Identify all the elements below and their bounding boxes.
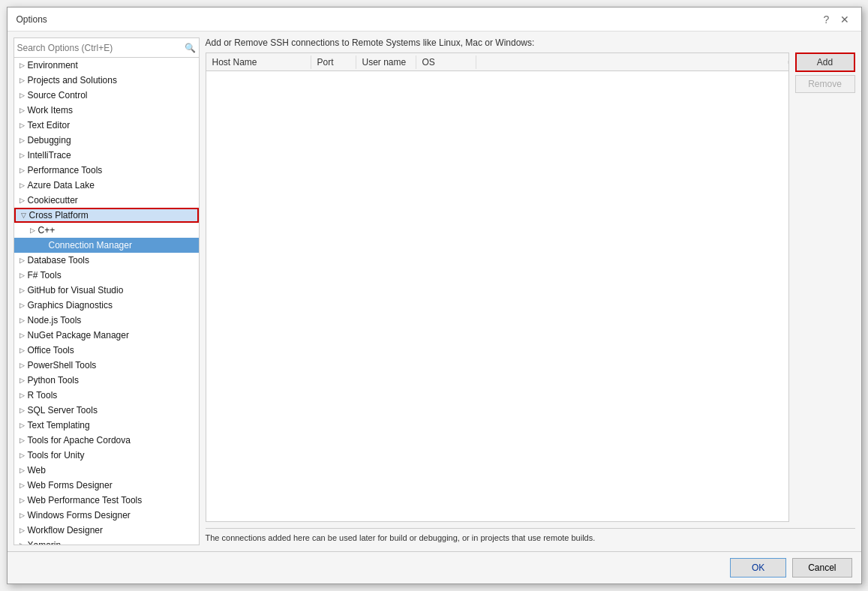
tree-label-connection-manager: Connection Manager	[49, 240, 132, 250]
tree-arrow-debugging: ▷	[17, 136, 28, 144]
tree-item-python-tools[interactable]: ▷Python Tools	[14, 373, 199, 388]
tree-arrow-cross-platform: ▽	[19, 212, 29, 219]
tree-item-performance-tools[interactable]: ▷Performance Tools	[14, 163, 199, 178]
right-description: Add or Remove SSH connections to Remote …	[206, 38, 855, 48]
tree-arrow-source-control: ▷	[17, 92, 28, 99]
tree-item-text-editor[interactable]: ▷Text Editor	[14, 118, 199, 133]
tree-arrow-work-items: ▷	[17, 106, 28, 114]
search-input[interactable]	[17, 43, 185, 53]
ok-button[interactable]: OK	[730, 558, 786, 578]
tree-item-database-tools[interactable]: ▷Database Tools	[14, 253, 199, 268]
tree-item-unity[interactable]: ▷Tools for Unity	[14, 448, 199, 463]
tree-item-xamarin[interactable]: ▷Xamarin	[14, 538, 199, 544]
tree-item-workflow-designer[interactable]: ▷Workflow Designer	[14, 523, 199, 538]
tree-item-sql-server[interactable]: ▷SQL Server Tools	[14, 403, 199, 418]
tree-label-web-perf-test: Web Performance Test Tools	[28, 495, 143, 506]
tree-arrow-environment: ▷	[17, 62, 28, 69]
tree-label-text-editor: Text Editor	[28, 120, 71, 130]
cancel-button[interactable]: Cancel	[792, 558, 851, 578]
tree-item-graphics-diagnostics[interactable]: ▷Graphics Diagnostics	[14, 298, 199, 313]
tree-arrow-text-editor: ▷	[17, 122, 28, 129]
tree-arrow-web-forms-designer: ▷	[17, 482, 28, 489]
left-panel: 🔍 ▷Environment▷Projects and Solutions▷So…	[14, 38, 200, 545]
tree-label-projects-solutions: Projects and Solutions	[28, 75, 117, 86]
tree-arrow-text-templating: ▷	[17, 422, 28, 429]
tree-arrow-office-tools: ▷	[17, 346, 28, 354]
tree-label-unity: Tools for Unity	[28, 450, 85, 460]
tree-arrow-nodejs-tools: ▷	[17, 316, 28, 324]
right-panel: Add or Remove SSH connections to Remote …	[206, 38, 855, 545]
tree-arrow-sql-server: ▷	[17, 406, 28, 414]
tree-label-text-templating: Text Templating	[28, 420, 90, 430]
tree-item-source-control[interactable]: ▷Source Control	[14, 88, 199, 103]
add-button[interactable]: Add	[795, 52, 855, 72]
tree-item-powershell-tools[interactable]: ▷PowerShell Tools	[14, 358, 199, 373]
tree-label-web-forms-designer: Web Forms Designer	[28, 480, 113, 490]
tree-item-cross-platform[interactable]: ▽Cross Platform	[14, 208, 199, 223]
tree-label-source-control: Source Control	[28, 90, 88, 100]
tree-item-apache-cordova[interactable]: ▷Tools for Apache Cordova	[14, 433, 199, 448]
search-icon: 🔍	[185, 43, 196, 53]
tree-item-nodejs-tools[interactable]: ▷Node.js Tools	[14, 313, 199, 328]
tree-item-intellitrace[interactable]: ▷IntelliTrace	[14, 148, 199, 163]
close-button[interactable]: ✕	[837, 12, 852, 27]
tree-label-database-tools: Database Tools	[28, 255, 90, 266]
tree-item-cookiecutter[interactable]: ▷Cookiecutter	[14, 193, 199, 208]
tree-item-web[interactable]: ▷Web	[14, 463, 199, 478]
table-area: Host Name Port User name OS	[206, 52, 789, 522]
tree-item-windows-forms[interactable]: ▷Windows Forms Designer	[14, 508, 199, 523]
tree-item-nuget[interactable]: ▷NuGet Package Manager	[14, 328, 199, 343]
footer-note: The connections added here can be used l…	[206, 528, 855, 545]
tree-item-web-forms-designer[interactable]: ▷Web Forms Designer	[14, 478, 199, 493]
tree-arrow-r-tools: ▷	[17, 392, 28, 399]
tree-item-azure-data-lake[interactable]: ▷Azure Data Lake	[14, 178, 199, 193]
tree-arrow-intellitrace: ▷	[17, 152, 28, 159]
col-rest	[476, 61, 788, 64]
tree-item-projects-solutions[interactable]: ▷Projects and Solutions	[14, 73, 199, 88]
tree-label-graphics-diagnostics: Graphics Diagnostics	[28, 300, 113, 310]
tree-item-text-templating[interactable]: ▷Text Templating	[14, 418, 199, 433]
tree-label-cookiecutter: Cookiecutter	[28, 195, 78, 206]
tree-arrow-database-tools: ▷	[17, 256, 28, 264]
help-button[interactable]: ?	[819, 12, 834, 27]
tree-label-sql-server: SQL Server Tools	[28, 405, 98, 416]
tree-item-office-tools[interactable]: ▷Office Tools	[14, 343, 199, 358]
tree-label-cross-platform: Cross Platform	[29, 210, 89, 220]
col-os: OS	[416, 56, 476, 69]
tree-label-apache-cordova: Tools for Apache Cordova	[28, 435, 131, 446]
tree-label-azure-data-lake: Azure Data Lake	[28, 180, 95, 190]
title-bar-right: ? ✕	[819, 12, 852, 27]
tree-item-environment[interactable]: ▷Environment	[14, 58, 199, 73]
tree-label-environment: Environment	[28, 60, 78, 70]
sidebar-buttons: Add Remove	[795, 52, 855, 522]
col-username: User name	[356, 56, 416, 69]
col-port: Port	[311, 56, 356, 69]
tree-item-connection-manager[interactable]: Connection Manager	[14, 238, 199, 253]
tree-item-debugging[interactable]: ▷Debugging	[14, 133, 199, 148]
tree-arrow-web: ▷	[17, 466, 28, 474]
tree-label-intellitrace: IntelliTrace	[28, 150, 71, 160]
right-top: Add or Remove SSH connections to Remote …	[206, 38, 855, 522]
title-bar-left: Options	[17, 14, 47, 25]
tree-arrow-azure-data-lake: ▷	[17, 182, 28, 189]
tree-item-fsharp-tools[interactable]: ▷F# Tools	[14, 268, 199, 283]
tree-item-r-tools[interactable]: ▷R Tools	[14, 388, 199, 403]
options-dialog: Options ? ✕ 🔍 ▷Environment▷Projects and …	[7, 7, 862, 584]
tree-label-fsharp-tools: F# Tools	[28, 270, 62, 280]
tree-label-xamarin: Xamarin	[28, 540, 62, 544]
remove-button[interactable]: Remove	[795, 75, 855, 93]
dialog-title: Options	[17, 14, 47, 25]
tree-item-github-vs[interactable]: ▷GitHub for Visual Studio	[14, 283, 199, 298]
tree-item-work-items[interactable]: ▷Work Items	[14, 103, 199, 118]
title-bar: Options ? ✕	[8, 8, 861, 32]
tree-label-workflow-designer: Workflow Designer	[28, 525, 103, 536]
search-box[interactable]: 🔍	[14, 38, 199, 58]
tree-item-cpp[interactable]: ▷C++	[14, 223, 199, 238]
tree-arrow-cookiecutter: ▷	[17, 196, 28, 204]
tree-arrow-xamarin: ▷	[17, 542, 28, 544]
tree-label-debugging: Debugging	[28, 135, 71, 146]
tree-item-web-perf-test[interactable]: ▷Web Performance Test Tools	[14, 493, 199, 508]
tree-arrow-projects-solutions: ▷	[17, 76, 28, 84]
tree-arrow-github-vs: ▷	[17, 286, 28, 294]
tree-label-nuget: NuGet Package Manager	[28, 330, 129, 340]
